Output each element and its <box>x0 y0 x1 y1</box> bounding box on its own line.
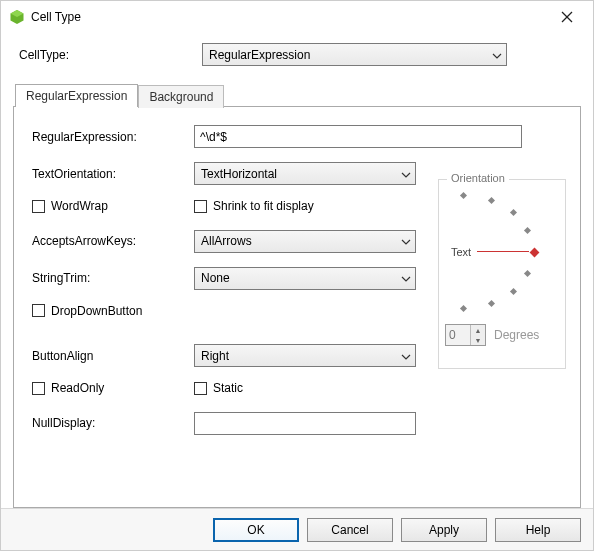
spin-buttons[interactable]: ▲ ▼ <box>470 325 485 345</box>
dial-dot <box>524 227 531 234</box>
dial-dot <box>488 300 495 307</box>
help-button[interactable]: Help <box>495 518 581 542</box>
textorientation-label: TextOrientation: <box>28 167 194 181</box>
regex-input[interactable] <box>194 125 522 148</box>
checkbox-icon <box>194 200 207 213</box>
wordwrap-checkbox[interactable]: WordWrap <box>32 199 108 213</box>
orientation-line <box>477 251 529 252</box>
titlebar: Cell Type <box>1 1 593 33</box>
shrinktofit-checkbox[interactable]: Shrink to fit display <box>194 199 314 213</box>
nulldisplay-row: NullDisplay: <box>28 412 566 435</box>
dial-dot <box>460 192 467 199</box>
celltype-row: CellType: RegularExpression <box>1 33 593 82</box>
tabpanel-regularexpression: RegularExpression: TextOrientation: Text… <box>13 106 581 508</box>
dropdownbutton-checkbox[interactable]: DropDownButton <box>32 304 142 318</box>
celltype-label: CellType: <box>19 48 194 62</box>
checkbox-icon <box>32 382 45 395</box>
stringtrim-combo[interactable]: None <box>194 267 416 290</box>
stringtrim-label: StringTrim: <box>28 271 194 285</box>
buttonalign-label: ButtonAlign <box>28 349 194 363</box>
orientation-dial[interactable]: Text <box>445 188 561 318</box>
dial-dot <box>524 270 531 277</box>
regex-row: RegularExpression: <box>28 125 566 148</box>
tabbar: RegularExpression Background <box>13 82 581 106</box>
orientation-group: Orientation Text <box>438 179 566 369</box>
acceptsarrowkeys-label: AcceptsArrowKeys: <box>28 234 194 248</box>
chevron-down-icon <box>401 234 411 248</box>
checkbox-icon <box>32 304 45 317</box>
celltype-combo[interactable]: RegularExpression <box>202 43 507 66</box>
tab-regularexpression[interactable]: RegularExpression <box>15 84 138 107</box>
nulldisplay-label: NullDisplay: <box>28 416 194 430</box>
readonly-row: ReadOnly Static <box>28 381 566 398</box>
window-title: Cell Type <box>31 10 547 24</box>
dial-dot <box>460 305 467 312</box>
chevron-down-icon <box>401 271 411 285</box>
dial-dot <box>488 197 495 204</box>
degrees-spinner[interactable]: ▲ ▼ <box>445 324 486 346</box>
dial-dot-active <box>530 248 540 258</box>
static-label: Static <box>213 381 243 395</box>
orientation-text: Text <box>451 246 471 258</box>
apply-button[interactable]: Apply <box>401 518 487 542</box>
degrees-input[interactable] <box>446 325 470 345</box>
dial-dot <box>510 288 517 295</box>
checkbox-icon <box>194 382 207 395</box>
regex-label: RegularExpression: <box>28 130 194 144</box>
app-icon <box>9 9 25 25</box>
tabs-container: RegularExpression Background RegularExpr… <box>1 82 593 508</box>
cancel-button[interactable]: Cancel <box>307 518 393 542</box>
stringtrim-value: None <box>201 271 230 285</box>
dialog-footer: OK Cancel Apply Help <box>1 508 593 550</box>
nulldisplay-input[interactable] <box>194 412 416 435</box>
dial-dot <box>510 209 517 216</box>
orientation-legend: Orientation <box>447 172 509 184</box>
close-button[interactable] <box>547 3 587 31</box>
dropdownbutton-label: DropDownButton <box>51 304 142 318</box>
chevron-down-icon <box>401 349 411 363</box>
chevron-down-icon <box>492 48 502 62</box>
acceptsarrowkeys-combo[interactable]: AllArrows <box>194 230 416 253</box>
chevron-down-icon <box>401 167 411 181</box>
textorientation-value: TextHorizontal <box>201 167 277 181</box>
degrees-label: Degrees <box>494 328 539 342</box>
acceptsarrowkeys-value: AllArrows <box>201 234 252 248</box>
static-checkbox[interactable]: Static <box>194 381 243 395</box>
wordwrap-label: WordWrap <box>51 199 108 213</box>
textorientation-combo[interactable]: TextHorizontal <box>194 162 416 185</box>
celltype-value: RegularExpression <box>209 48 310 62</box>
readonly-label: ReadOnly <box>51 381 104 395</box>
buttonalign-combo[interactable]: Right <box>194 344 416 367</box>
spin-up-icon: ▲ <box>471 325 485 335</box>
close-icon <box>561 11 573 23</box>
tab-background[interactable]: Background <box>138 85 224 108</box>
buttonalign-value: Right <box>201 349 229 363</box>
checkbox-icon <box>32 200 45 213</box>
cell-type-dialog: Cell Type CellType: RegularExpression Re… <box>0 0 594 551</box>
ok-button[interactable]: OK <box>213 518 299 542</box>
spin-down-icon: ▼ <box>471 335 485 345</box>
shrinktofit-label: Shrink to fit display <box>213 199 314 213</box>
degrees-row: ▲ ▼ Degrees <box>445 324 559 346</box>
readonly-checkbox[interactable]: ReadOnly <box>32 381 104 395</box>
